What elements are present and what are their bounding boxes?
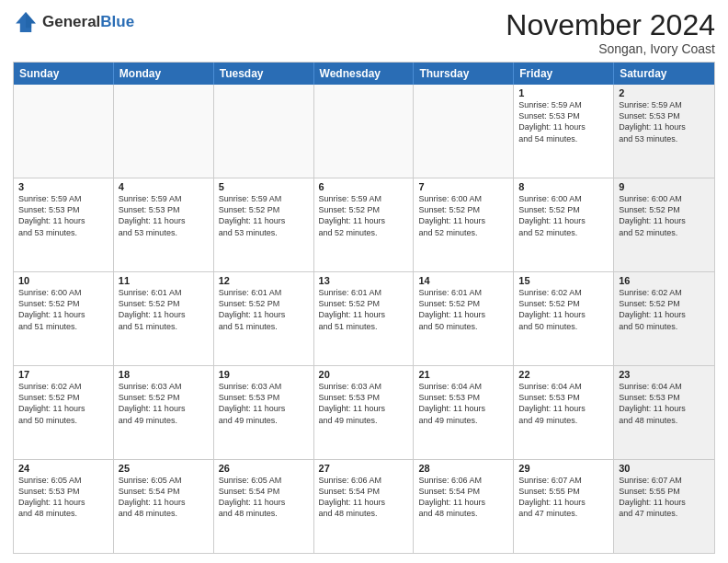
day-number: 18: [119, 369, 209, 380]
day-info: Sunrise: 6:01 AM Sunset: 5:52 PM Dayligh…: [418, 287, 508, 332]
day-cell-26: 26Sunrise: 6:05 AM Sunset: 5:54 PM Dayli…: [214, 460, 314, 553]
day-number: 7: [418, 181, 508, 192]
day-info: Sunrise: 6:06 AM Sunset: 5:54 PM Dayligh…: [319, 475, 409, 520]
title-block: November 2024 Songan, Ivory Coast: [506, 9, 715, 56]
day-info: Sunrise: 5:59 AM Sunset: 5:52 PM Dayligh…: [219, 193, 309, 238]
day-number: 10: [18, 275, 108, 286]
calendar-body: 1Sunrise: 5:59 AM Sunset: 5:53 PM Daylig…: [14, 85, 714, 553]
day-info: Sunrise: 6:06 AM Sunset: 5:54 PM Dayligh…: [418, 475, 508, 520]
day-cell-3: 3Sunrise: 5:59 AM Sunset: 5:53 PM Daylig…: [14, 178, 114, 271]
header-day-sunday: Sunday: [14, 63, 114, 85]
empty-cell: [214, 85, 314, 178]
day-number: 29: [518, 463, 609, 474]
day-cell-14: 14Sunrise: 6:01 AM Sunset: 5:52 PM Dayli…: [414, 272, 514, 365]
day-info: Sunrise: 5:59 AM Sunset: 5:53 PM Dayligh…: [119, 193, 209, 238]
day-cell-20: 20Sunrise: 6:03 AM Sunset: 5:53 PM Dayli…: [314, 366, 415, 459]
day-info: Sunrise: 6:03 AM Sunset: 5:53 PM Dayligh…: [319, 381, 409, 426]
day-cell-10: 10Sunrise: 6:00 AM Sunset: 5:52 PM Dayli…: [14, 272, 114, 365]
logo-blue: Blue: [100, 13, 134, 30]
week-row-0: 1Sunrise: 5:59 AM Sunset: 5:53 PM Daylig…: [14, 85, 714, 178]
day-number: 9: [619, 181, 710, 192]
day-info: Sunrise: 6:05 AM Sunset: 5:54 PM Dayligh…: [119, 475, 209, 520]
day-info: Sunrise: 6:04 AM Sunset: 5:53 PM Dayligh…: [518, 381, 609, 426]
day-cell-17: 17Sunrise: 6:02 AM Sunset: 5:52 PM Dayli…: [14, 366, 114, 459]
day-number: 17: [18, 369, 108, 380]
day-cell-21: 21Sunrise: 6:04 AM Sunset: 5:53 PM Dayli…: [414, 366, 514, 459]
day-number: 13: [319, 275, 409, 286]
day-number: 11: [119, 275, 209, 286]
day-cell-2: 2Sunrise: 5:59 AM Sunset: 5:53 PM Daylig…: [614, 85, 714, 178]
svg-marker-1: [26, 12, 36, 28]
header-day-thursday: Thursday: [414, 63, 514, 85]
day-info: Sunrise: 6:01 AM Sunset: 5:52 PM Dayligh…: [219, 287, 309, 332]
day-cell-29: 29Sunrise: 6:07 AM Sunset: 5:55 PM Dayli…: [514, 460, 614, 553]
day-cell-9: 9Sunrise: 6:00 AM Sunset: 5:52 PM Daylig…: [614, 178, 714, 271]
logo-general: General: [42, 13, 100, 30]
calendar: SundayMondayTuesdayWednesdayThursdayFrid…: [13, 62, 715, 554]
day-cell-11: 11Sunrise: 6:01 AM Sunset: 5:52 PM Dayli…: [114, 272, 214, 365]
calendar-header: SundayMondayTuesdayWednesdayThursdayFrid…: [14, 63, 714, 85]
day-info: Sunrise: 5:59 AM Sunset: 5:52 PM Dayligh…: [319, 193, 409, 238]
day-number: 26: [219, 463, 309, 474]
day-info: Sunrise: 6:02 AM Sunset: 5:52 PM Dayligh…: [619, 287, 710, 332]
day-info: Sunrise: 5:59 AM Sunset: 5:53 PM Dayligh…: [518, 99, 609, 144]
header-day-tuesday: Tuesday: [214, 63, 314, 85]
logo-text: GeneralBlue: [42, 14, 134, 31]
empty-cell: [14, 85, 114, 178]
day-number: 24: [18, 463, 108, 474]
day-number: 28: [418, 463, 508, 474]
day-number: 20: [319, 369, 409, 380]
header-day-friday: Friday: [514, 63, 614, 85]
day-number: 27: [319, 463, 409, 474]
page: GeneralBlue November 2024 Songan, Ivory …: [0, 0, 728, 563]
day-info: Sunrise: 6:04 AM Sunset: 5:53 PM Dayligh…: [418, 381, 508, 426]
day-info: Sunrise: 6:04 AM Sunset: 5:53 PM Dayligh…: [619, 381, 710, 426]
day-cell-23: 23Sunrise: 6:04 AM Sunset: 5:53 PM Dayli…: [614, 366, 714, 459]
day-number: 15: [518, 275, 609, 286]
day-cell-4: 4Sunrise: 5:59 AM Sunset: 5:53 PM Daylig…: [114, 178, 214, 271]
day-info: Sunrise: 6:05 AM Sunset: 5:54 PM Dayligh…: [219, 475, 309, 520]
day-number: 16: [619, 275, 710, 286]
day-info: Sunrise: 6:00 AM Sunset: 5:52 PM Dayligh…: [518, 193, 609, 238]
day-number: 30: [619, 463, 710, 474]
logo: GeneralBlue: [13, 9, 134, 35]
day-cell-22: 22Sunrise: 6:04 AM Sunset: 5:53 PM Dayli…: [514, 366, 614, 459]
day-cell-12: 12Sunrise: 6:01 AM Sunset: 5:52 PM Dayli…: [214, 272, 314, 365]
location: Songan, Ivory Coast: [506, 41, 715, 56]
logo-icon: [13, 9, 39, 35]
month-title: November 2024: [506, 9, 715, 41]
day-cell-13: 13Sunrise: 6:01 AM Sunset: 5:52 PM Dayli…: [314, 272, 415, 365]
day-number: 14: [418, 275, 508, 286]
day-info: Sunrise: 6:05 AM Sunset: 5:53 PM Dayligh…: [18, 475, 108, 520]
day-number: 22: [518, 369, 609, 380]
day-cell-16: 16Sunrise: 6:02 AM Sunset: 5:52 PM Dayli…: [614, 272, 714, 365]
day-number: 2: [619, 87, 710, 98]
day-cell-15: 15Sunrise: 6:02 AM Sunset: 5:52 PM Dayli…: [514, 272, 614, 365]
day-info: Sunrise: 6:01 AM Sunset: 5:52 PM Dayligh…: [119, 287, 209, 332]
day-cell-25: 25Sunrise: 6:05 AM Sunset: 5:54 PM Dayli…: [114, 460, 214, 553]
day-cell-7: 7Sunrise: 6:00 AM Sunset: 5:52 PM Daylig…: [414, 178, 514, 271]
header-day-saturday: Saturday: [614, 63, 714, 85]
header-day-monday: Monday: [114, 63, 214, 85]
day-cell-6: 6Sunrise: 5:59 AM Sunset: 5:52 PM Daylig…: [314, 178, 415, 271]
day-number: 12: [219, 275, 309, 286]
day-number: 1: [518, 87, 609, 98]
day-cell-1: 1Sunrise: 5:59 AM Sunset: 5:53 PM Daylig…: [514, 85, 614, 178]
day-info: Sunrise: 6:00 AM Sunset: 5:52 PM Dayligh…: [18, 287, 108, 332]
day-info: Sunrise: 6:02 AM Sunset: 5:52 PM Dayligh…: [518, 287, 609, 332]
day-number: 5: [219, 181, 309, 192]
header: GeneralBlue November 2024 Songan, Ivory …: [13, 9, 715, 56]
day-number: 4: [119, 181, 209, 192]
day-number: 3: [18, 181, 108, 192]
day-info: Sunrise: 5:59 AM Sunset: 5:53 PM Dayligh…: [619, 99, 710, 144]
day-info: Sunrise: 6:07 AM Sunset: 5:55 PM Dayligh…: [619, 475, 710, 520]
day-number: 23: [619, 369, 710, 380]
day-number: 19: [219, 369, 309, 380]
day-cell-24: 24Sunrise: 6:05 AM Sunset: 5:53 PM Dayli…: [14, 460, 114, 553]
day-number: 6: [319, 181, 409, 192]
day-number: 21: [418, 369, 508, 380]
day-cell-8: 8Sunrise: 6:00 AM Sunset: 5:52 PM Daylig…: [514, 178, 614, 271]
day-cell-18: 18Sunrise: 6:03 AM Sunset: 5:52 PM Dayli…: [114, 366, 214, 459]
day-info: Sunrise: 6:03 AM Sunset: 5:52 PM Dayligh…: [119, 381, 209, 426]
day-cell-27: 27Sunrise: 6:06 AM Sunset: 5:54 PM Dayli…: [314, 460, 415, 553]
